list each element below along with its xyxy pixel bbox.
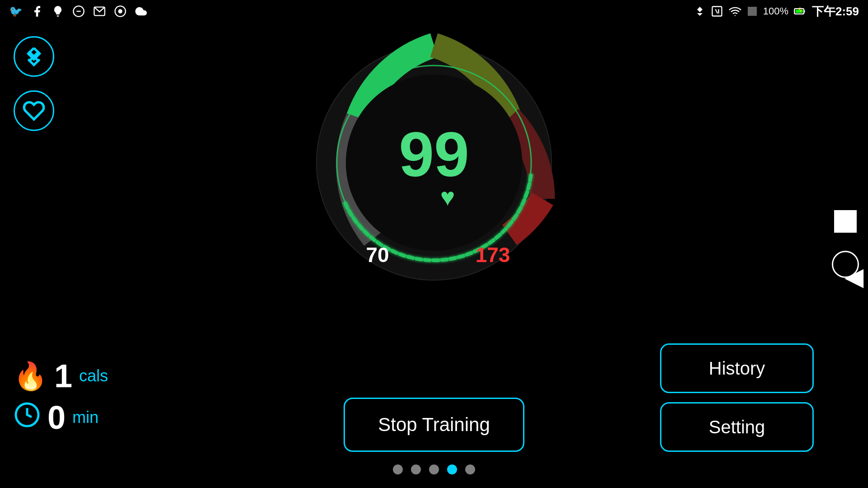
status-left-icons: 🐦 [9, 5, 147, 18]
svg-text:♥: ♥ [440, 183, 455, 211]
svg-text:70: 70 [366, 243, 389, 267]
battery-icon [794, 5, 807, 18]
svg-text:173: 173 [476, 243, 510, 267]
page-dot-3[interactable] [429, 465, 439, 474]
stats-area: 🔥 1 cals 0 min [14, 360, 108, 434]
cloud-icon [135, 5, 147, 18]
svg-point-4 [118, 9, 122, 13]
heart-rate-button[interactable] [14, 90, 54, 131]
svg-line-9 [799, 8, 800, 10]
record-icon [114, 5, 127, 18]
page-dots [393, 465, 475, 474]
bluetooth-button[interactable] [14, 36, 54, 77]
bulb-icon [52, 5, 64, 18]
gauge-svg: 99 ♥ 70 173 [298, 27, 570, 298]
svg-rect-6 [748, 7, 757, 16]
status-bar: 🐦 100% 下午2:59 [0, 0, 868, 23]
clock-icon [14, 401, 41, 434]
history-button[interactable]: History [660, 343, 814, 393]
svg-text:99: 99 [399, 119, 469, 190]
page-dot-1[interactable] [393, 465, 403, 474]
calories-value: 1 [54, 360, 72, 392]
minutes-value: 0 [47, 401, 66, 434]
left-panel [14, 36, 54, 131]
square-button[interactable] [834, 210, 857, 233]
minutes-unit: min [72, 408, 99, 427]
heart-icon [23, 99, 45, 122]
svg-rect-8 [795, 10, 802, 13]
stop-training-button[interactable]: Stop Training [344, 398, 524, 452]
setting-button[interactable]: Setting [660, 402, 814, 452]
signal-off-icon [747, 5, 758, 18]
facebook-icon: 🐦 [9, 5, 23, 18]
flame-icon: 🔥 [14, 360, 47, 392]
calories-unit: cals [79, 366, 108, 385]
mail-icon [93, 5, 106, 18]
back-arrow-button[interactable]: ◀ [844, 262, 863, 291]
battery-percent: 100% [763, 5, 788, 17]
bluetooth-status-icon [694, 5, 705, 18]
bluetooth-icon [23, 45, 45, 68]
heart-rate-gauge: 99 ♥ 70 173 [298, 27, 570, 298]
status-right-icons: 100% 下午2:59 [694, 4, 859, 19]
right-buttons-panel: History Setting [660, 343, 814, 452]
status-time: 下午2:59 [812, 4, 859, 19]
minus-icon [72, 5, 85, 18]
page-dot-5[interactable] [465, 465, 475, 474]
nfc-icon [711, 5, 723, 18]
page-dot-2[interactable] [411, 465, 421, 474]
wifi-icon [729, 5, 741, 18]
page-dot-4[interactable] [447, 465, 457, 474]
facebook-icon [31, 5, 43, 18]
minutes-row: 0 min [14, 401, 108, 434]
calories-row: 🔥 1 cals [14, 360, 108, 392]
